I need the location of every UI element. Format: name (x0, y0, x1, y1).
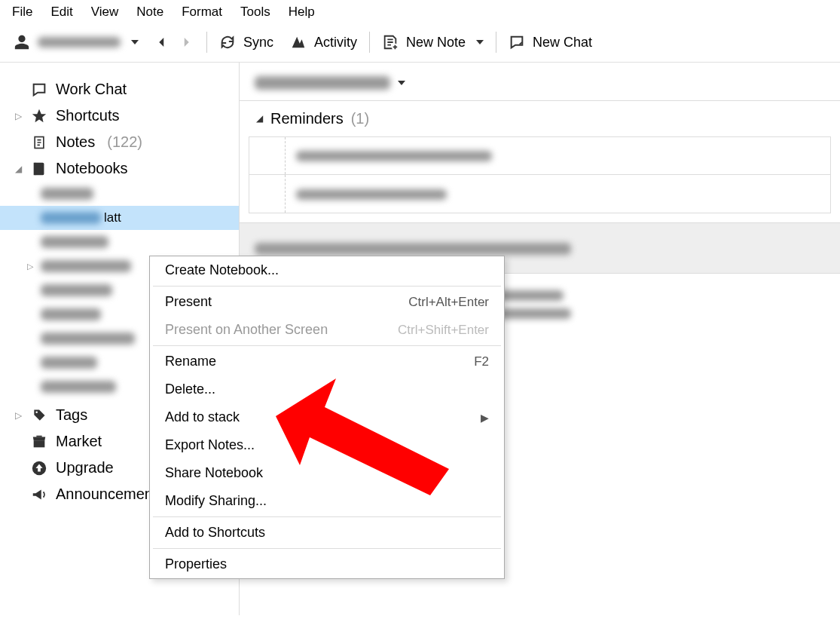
reminders-toggle[interactable]: ◢ Reminders (1) (240, 101, 840, 136)
sync-label: Sync (243, 35, 273, 51)
sync-button[interactable]: Sync (219, 34, 273, 51)
notebook-name-redacted (41, 357, 97, 369)
new-chat-button[interactable]: New Chat (509, 34, 592, 51)
menu-file[interactable]: File (12, 5, 32, 20)
menu-modify-sharing[interactable]: Modify Sharing... (150, 487, 504, 515)
sidebar-item-label: Tags (56, 406, 87, 424)
sidebar-item-label: Notes (56, 133, 95, 151)
reminder-handle[interactable] (249, 175, 286, 213)
expand-triangle-icon: ▷ (14, 111, 23, 121)
reminders-section: ◢ Reminders (1) (240, 101, 840, 223)
menu-label: Present (165, 294, 212, 310)
menu-label: Present on Another Screen (165, 322, 328, 338)
sidebar-item-label: Notebooks (56, 160, 128, 177)
menu-export-notes[interactable]: Export Notes... (150, 431, 504, 459)
menu-note[interactable]: Note (136, 5, 163, 20)
chevron-down-icon (131, 40, 139, 44)
menu-tools[interactable]: Tools (240, 5, 270, 20)
notebook-name-redacted (41, 260, 131, 272)
menu-create-notebook[interactable]: Create Notebook... (150, 256, 504, 284)
toolbar-separator (206, 32, 207, 53)
menu-help[interactable]: Help (289, 5, 315, 20)
expand-triangle-icon: ▷ (14, 410, 23, 421)
reminder-row[interactable] (249, 175, 830, 213)
expand-triangle-icon: ◢ (14, 164, 23, 174)
notebook-name-redacted (41, 381, 116, 393)
menu-label: Modify Sharing... (165, 493, 267, 509)
tag-icon (30, 408, 48, 423)
menu-separator (153, 548, 501, 549)
chevron-down-icon (476, 40, 484, 44)
notebook-title-redacted (255, 76, 390, 90)
new-chat-label: New Chat (533, 35, 592, 51)
notebook-name-redacted (41, 308, 101, 320)
expand-triangle-icon: ▷ (27, 262, 33, 271)
notebook-item[interactable] (0, 182, 239, 206)
activity-label: Activity (314, 35, 357, 51)
reminders-label: Reminders (270, 110, 344, 127)
notebook-item[interactable] (0, 230, 239, 254)
toolbar: Sync Activity New Note New Chat (0, 26, 840, 63)
menu-label: Delete... (165, 382, 215, 397)
menu-add-to-stack[interactable]: Add to stack ▶ (150, 403, 504, 431)
menu-present-another: Present on Another Screen Ctrl+Shift+Ent… (150, 316, 504, 344)
reminder-text-redacted (296, 151, 492, 161)
chevron-down-icon (398, 81, 405, 85)
menu-present[interactable]: Present Ctrl+Alt+Enter (150, 288, 504, 316)
menu-shortcut: Ctrl+Shift+Enter (398, 323, 489, 338)
notebook-item-selected[interactable]: latt (0, 206, 239, 230)
reminder-row[interactable] (249, 137, 830, 175)
chat-icon (509, 34, 525, 51)
sidebar-shortcuts[interactable]: ▷ Shortcuts (0, 103, 239, 129)
menu-format[interactable]: Format (182, 5, 222, 20)
sidebar-item-label: Work Chat (56, 81, 127, 98)
menu-delete[interactable]: Delete... (150, 375, 504, 403)
sidebar-notes[interactable]: Notes (122) (0, 129, 239, 155)
activity-button[interactable]: Activity (290, 34, 357, 51)
chat-icon (30, 81, 48, 98)
menu-label: Add to stack (165, 409, 240, 425)
note-title-redacted (255, 243, 571, 255)
toolbar-separator (496, 32, 496, 53)
notebook-icon (30, 161, 48, 177)
menu-edit[interactable]: Edit (50, 5, 72, 20)
new-note-button[interactable]: New Note (382, 34, 484, 51)
megaphone-icon (30, 486, 48, 503)
new-note-icon (382, 34, 399, 51)
notebook-name-redacted (41, 212, 101, 224)
menu-properties[interactable]: Properties (150, 550, 504, 578)
svg-point-3 (35, 411, 38, 413)
sidebar-item-label: Upgrade (56, 459, 114, 477)
svg-rect-2 (34, 162, 36, 175)
notebook-suffix: latt (104, 210, 121, 225)
upgrade-icon (30, 460, 48, 477)
menu-add-to-shortcuts[interactable]: Add to Shortcuts (150, 519, 504, 547)
toolbar-separator (369, 32, 370, 53)
menu-bar: File Edit View Note Format Tools Help (0, 0, 840, 26)
activity-icon (290, 34, 307, 51)
sidebar-item-label: Market (56, 433, 102, 450)
reminders-count: (1) (351, 110, 369, 127)
menu-shortcut: Ctrl+Alt+Enter (408, 295, 489, 310)
star-icon (30, 108, 48, 124)
account-dropdown[interactable] (14, 34, 139, 51)
menu-shortcut: F2 (474, 354, 489, 369)
reminder-text-redacted (296, 189, 447, 200)
nav-back-button[interactable] (154, 34, 170, 51)
menu-label: Share Notebook (165, 465, 263, 481)
market-icon (30, 434, 48, 450)
notes-count: (122) (107, 133, 142, 151)
reminder-handle[interactable] (249, 137, 286, 174)
menu-label: Rename (165, 354, 216, 369)
account-name-redacted (38, 37, 121, 47)
sidebar-work-chat[interactable]: Work Chat (0, 76, 239, 103)
menu-separator (153, 516, 501, 517)
sidebar-item-label: Shortcuts (56, 107, 119, 124)
reminders-list (249, 136, 831, 213)
sidebar-notebooks[interactable]: ◢ Notebooks (0, 155, 239, 182)
notebook-title-dropdown[interactable] (240, 63, 840, 101)
menu-view[interactable]: View (91, 5, 119, 20)
nav-forward-button[interactable] (178, 34, 194, 51)
menu-rename[interactable]: Rename F2 (150, 348, 504, 375)
menu-share-notebook[interactable]: Share Notebook (150, 459, 504, 487)
